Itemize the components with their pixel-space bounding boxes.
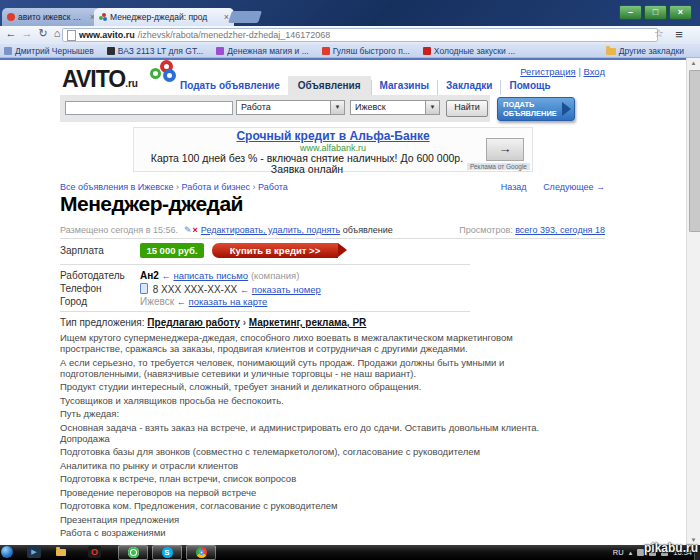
search-panel: Работа ▼ Ижевск ▼ Найти xyxy=(60,95,490,122)
language-indicator[interactable]: RU xyxy=(613,548,624,557)
nav-item[interactable]: Помощь xyxy=(500,80,558,95)
minimize-button[interactable]: – xyxy=(619,5,642,20)
window-controls: – □ × xyxy=(619,5,692,20)
register-link[interactable]: Регистрация xyxy=(520,66,576,77)
back-link[interactable]: Назад xyxy=(501,182,527,192)
category-select[interactable]: Работа ▼ xyxy=(236,100,345,115)
skype-icon: S xyxy=(162,547,173,558)
link-arrow-icon: ← xyxy=(177,297,186,307)
url-path: /izhevsk/rabota/menedzher-dzhedaj_146172… xyxy=(138,29,331,41)
description-paragraph: Подготовка базы для звонков (совместно с… xyxy=(60,446,550,457)
offer-type-row: Тип предложения: Предлагаю работу › Марк… xyxy=(60,317,366,328)
browser-tab-avito[interactable]: Менеджер-джедай: прод × xyxy=(94,8,234,26)
find-button[interactable]: Найти xyxy=(446,100,488,117)
page-viewport: AVITO.ru Регистрация | Вход Подать объяв… xyxy=(0,58,686,545)
divider xyxy=(60,311,470,312)
login-link[interactable]: Вход xyxy=(584,66,606,77)
taskbar: ▶ O S RU ▴ 16:34 xyxy=(0,545,700,560)
posted-date: Размещено сегодня в 15:56. xyxy=(60,225,178,235)
banner-arrow-button[interactable]: → xyxy=(486,138,524,161)
bookmark-item[interactable]: Денежная магия и ... xyxy=(216,46,308,56)
breadcrumb-link[interactable]: Все объявления в Ижевске xyxy=(60,182,182,192)
nav-item[interactable]: Подать объявление xyxy=(172,80,288,95)
offer-type-label: Тип предложения: xyxy=(60,317,145,328)
scroll-up-icon[interactable]: ▲ xyxy=(687,58,700,68)
avito-favicon xyxy=(99,13,107,21)
explorer-folder-icon[interactable] xyxy=(56,549,66,556)
description-paragraph: А если серьезно, то требуется человек, п… xyxy=(60,357,550,379)
pencil-icon[interactable]: ✎ xyxy=(184,225,192,235)
banner-title-link[interactable]: Срочный кредит в Альфа-Банке xyxy=(236,129,429,143)
description-paragraph: Работа с возражениями xyxy=(60,527,550,538)
other-bookmarks-button[interactable]: Другие закладки xyxy=(606,44,684,58)
browser-toolbar: ← → ↻ ⌂ www.avito.ru/izhevsk/rabota/mene… xyxy=(0,26,700,45)
search-input[interactable] xyxy=(65,101,233,115)
edit-link[interactable]: Редактировать, удалить, поднять xyxy=(201,225,340,235)
bookmark-item[interactable]: Дмитрий Чернышев xyxy=(4,46,94,56)
description-paragraph: Проведение переговоров на первой встрече xyxy=(60,487,550,498)
city-row: Город Ижевск ← показать на карте xyxy=(60,296,605,307)
description-paragraph: Аналитика по рынку и отрасли клиентов xyxy=(60,460,550,471)
taskbar-app-skype[interactable]: S xyxy=(152,545,182,560)
views-link[interactable]: всего 393, сегодня 18 xyxy=(515,225,605,235)
nav-item[interactable]: Закладки xyxy=(437,80,500,95)
chevron-down-icon[interactable]: ▼ xyxy=(330,101,344,114)
link-arrow-icon: ← xyxy=(162,271,171,281)
offer-type-link[interactable]: Предлагаю работу xyxy=(147,317,240,328)
city-select[interactable]: Ижевск ▼ xyxy=(350,100,440,115)
browser-tab-yandex[interactable]: авито ижевск — Яндекс: × xyxy=(2,8,100,26)
employer-row: Работодатель Ан2 ← написать письмо (комп… xyxy=(60,270,605,281)
bookmark-item[interactable]: ВАЗ 2113 LT для GT... xyxy=(107,46,203,56)
main-nav: Подать объявлениеОбъявленияМагазиныЗакла… xyxy=(172,78,559,95)
chevron-down-icon[interactable]: ▼ xyxy=(425,101,439,114)
taskbar-app-chrome[interactable] xyxy=(186,545,216,560)
description-paragraph: Презентация предложения xyxy=(60,514,550,525)
show-phone-link[interactable]: показать номер xyxy=(252,284,321,295)
next-link[interactable]: Следующее → xyxy=(543,182,605,192)
views-counter: Просмотров: всего 393, сегодня 18 xyxy=(459,225,605,235)
opera-icon[interactable]: O xyxy=(88,546,101,558)
close-button[interactable]: × xyxy=(669,5,692,20)
url-bar[interactable]: www.avito.ru/izhevsk/rabota/menedzher-dz… xyxy=(62,28,658,42)
nav-item[interactable]: Магазины xyxy=(371,80,438,95)
start-button[interactable] xyxy=(1,546,13,558)
show-map-link[interactable]: показать на карте xyxy=(189,296,268,307)
forward-icon[interactable]: → xyxy=(20,27,34,39)
write-letter-link[interactable]: написать письмо xyxy=(173,270,248,281)
scrollbar[interactable]: ▲ ▼ xyxy=(686,58,700,545)
taskbar-app-green[interactable] xyxy=(118,545,148,560)
bookmark-item[interactable]: Гуляш быстрого п... xyxy=(322,46,410,56)
restore-button[interactable]: □ xyxy=(644,5,667,20)
breadcrumb-link[interactable]: Работа xyxy=(258,182,288,192)
listing-title: Менеджер-джедай xyxy=(60,192,243,216)
media-player-icon[interactable]: ▶ xyxy=(27,546,41,558)
auth-links: Регистрация | Вход xyxy=(405,66,605,77)
nav-item[interactable]: Объявления xyxy=(288,76,371,95)
listing-pager: Назад Следующее → xyxy=(487,182,605,192)
scrollbar-thumb[interactable] xyxy=(689,70,700,232)
description-paragraph: Подготовка к встрече, план встречи, спис… xyxy=(60,473,550,484)
watermark: pikabu.ru xyxy=(644,541,698,555)
avito-logo[interactable]: AVITO.ru xyxy=(62,66,138,93)
description-paragraph: Продукт студии интересный, сложный, треб… xyxy=(60,381,550,392)
ads-by-google-label: Реклама от Google xyxy=(467,163,530,170)
reload-icon[interactable]: ↻ xyxy=(36,27,50,40)
browser-titlebar: авито ижевск — Яндекс: × Менеджер-джедай… xyxy=(0,0,700,26)
page-icon xyxy=(67,30,76,41)
tab-title: авито ижевск — Яндекс: xyxy=(18,12,87,22)
tray-expand-icon[interactable]: ▴ xyxy=(629,549,633,557)
ad-banner[interactable]: Срочный кредит в Альфа-Банке www.alfaban… xyxy=(133,127,533,172)
offer-category-link[interactable]: Маркетинг, реклама, PR xyxy=(249,317,366,328)
company-note: (компания) xyxy=(251,270,300,281)
post-ad-button[interactable]: ПОДАТЬ ОБЪЯВЛЕНИЕ xyxy=(497,97,575,121)
new-tab-button[interactable] xyxy=(228,11,262,23)
breadcrumb-link[interactable]: Работа и бизнес xyxy=(182,182,259,192)
url-host: www.avito.ru xyxy=(79,29,135,41)
back-icon[interactable]: ← xyxy=(4,27,18,39)
bookmark-item[interactable]: Холодные закуски ... xyxy=(423,46,515,56)
bookmarks-bar: Дмитрий Чернышев ВАЗ 2113 LT для GT... Д… xyxy=(0,44,700,58)
divider xyxy=(60,238,605,239)
bookmark-star-icon[interactable]: ☆ xyxy=(652,27,666,40)
menu-icon[interactable]: ≡ xyxy=(672,27,686,42)
delete-x-icon[interactable]: × xyxy=(193,225,198,235)
